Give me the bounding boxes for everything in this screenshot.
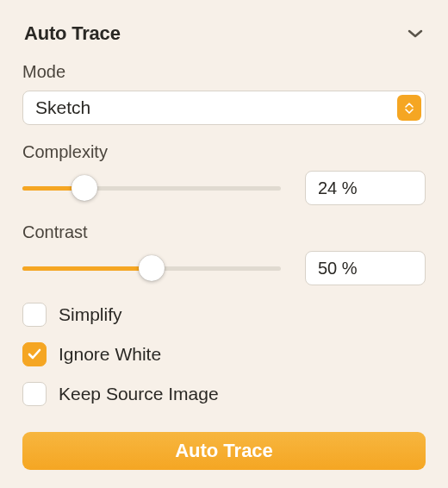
complexity-value: 24 % bbox=[318, 178, 358, 198]
complexity-label: Complexity bbox=[22, 142, 426, 162]
mode-stepper[interactable] bbox=[397, 95, 421, 121]
contrast-slider[interactable] bbox=[22, 255, 281, 281]
mode-label: Mode bbox=[22, 62, 426, 82]
collapse-toggle[interactable] bbox=[407, 25, 424, 42]
complexity-input[interactable]: 24 % bbox=[305, 171, 426, 205]
complexity-group: Complexity 24 % bbox=[22, 142, 426, 205]
ignore-white-checkbox-row[interactable]: Ignore White bbox=[22, 342, 426, 366]
keep-source-label: Keep Source Image bbox=[59, 384, 219, 404]
auto-trace-button-label: Auto Trace bbox=[175, 440, 273, 462]
chevron-up-icon bbox=[405, 103, 414, 108]
simplify-label: Simplify bbox=[59, 304, 122, 325]
check-icon bbox=[28, 348, 41, 360]
contrast-value: 50 % bbox=[318, 259, 358, 278]
complexity-slider[interactable] bbox=[22, 175, 281, 201]
slider-thumb[interactable] bbox=[72, 175, 97, 201]
panel-title: Auto Trace bbox=[24, 22, 121, 45]
panel-header: Auto Trace bbox=[22, 22, 426, 45]
simplify-checkbox-row[interactable]: Simplify bbox=[22, 303, 426, 327]
ignore-white-label: Ignore White bbox=[59, 344, 161, 365]
contrast-label: Contrast bbox=[22, 222, 426, 242]
simplify-checkbox[interactable] bbox=[22, 303, 47, 327]
contrast-input[interactable]: 50 % bbox=[305, 251, 426, 285]
slider-fill bbox=[22, 266, 152, 271]
chevron-down-icon bbox=[405, 109, 414, 114]
keep-source-checkbox-row[interactable]: Keep Source Image bbox=[22, 382, 426, 406]
auto-trace-button[interactable]: Auto Trace bbox=[22, 432, 426, 470]
mode-select[interactable]: Sketch bbox=[22, 91, 426, 125]
mode-selected-value: Sketch bbox=[35, 97, 90, 118]
keep-source-checkbox[interactable] bbox=[22, 382, 47, 406]
ignore-white-checkbox[interactable] bbox=[22, 342, 47, 366]
chevron-down-icon bbox=[408, 28, 423, 39]
checkbox-list: Simplify Ignore White Keep Source Image bbox=[22, 303, 426, 406]
slider-thumb[interactable] bbox=[139, 255, 165, 281]
contrast-group: Contrast 50 % bbox=[22, 222, 426, 285]
